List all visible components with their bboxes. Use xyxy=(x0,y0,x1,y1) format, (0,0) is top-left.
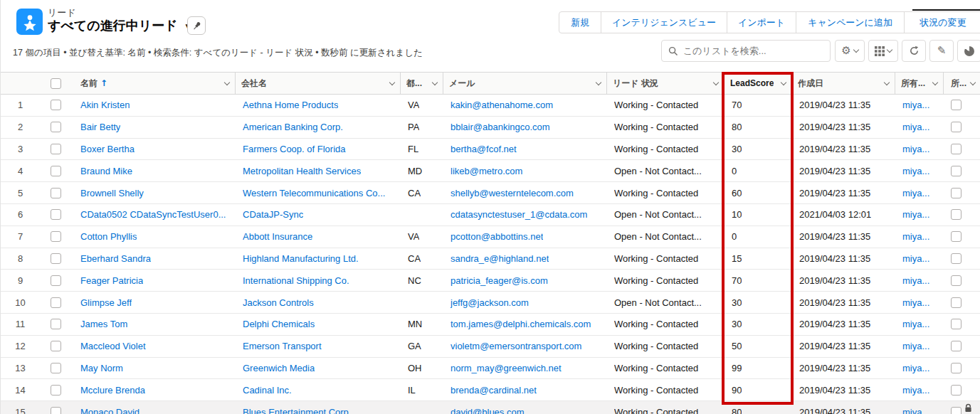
owner-flag-checkbox[interactable] xyxy=(951,275,961,286)
chevron-down-icon[interactable] xyxy=(970,79,976,85)
company-link[interactable]: Delphi Chemicals xyxy=(243,319,315,329)
add-to-campaign-button[interactable]: キャンペーンに追加 xyxy=(796,11,905,33)
refresh-button[interactable] xyxy=(902,40,926,62)
select-all-checkbox[interactable] xyxy=(51,78,61,89)
lead-name-link[interactable]: Cotton Phyllis xyxy=(80,231,137,242)
charts-button[interactable] xyxy=(957,40,980,62)
company-link[interactable]: Emerson Transport xyxy=(243,341,322,351)
row-checkbox[interactable] xyxy=(51,385,61,396)
row-checkbox[interactable] xyxy=(51,407,61,414)
owner-link[interactable]: miya... xyxy=(902,341,929,351)
lead-name-link[interactable]: Feager Patricia xyxy=(80,275,143,286)
owner-link[interactable]: miya... xyxy=(902,363,929,373)
owner-flag-checkbox[interactable] xyxy=(951,319,961,329)
lead-name-link[interactable]: Bair Betty xyxy=(80,122,120,132)
row-checkbox[interactable] xyxy=(51,231,61,242)
owner-flag-checkbox[interactable] xyxy=(951,231,961,242)
new-button[interactable]: 新規 xyxy=(559,11,601,33)
row-checkbox[interactable] xyxy=(51,275,61,286)
company-link[interactable]: Greenwich Media xyxy=(243,363,315,373)
edit-list-button[interactable]: ✎ xyxy=(929,40,954,62)
row-checkbox[interactable] xyxy=(51,341,61,351)
chevron-down-icon[interactable] xyxy=(884,79,890,85)
row-checkbox[interactable] xyxy=(51,253,61,264)
row-checkbox[interactable] xyxy=(51,166,61,176)
company-link[interactable]: Blues Entertainment Corp. xyxy=(243,407,351,414)
owner-flag-checkbox[interactable] xyxy=(951,188,961,198)
company-link[interactable]: Cadinal Inc. xyxy=(243,385,292,396)
owner-link[interactable]: miya... xyxy=(902,385,929,396)
email-link[interactable]: brenda@cardinal.net xyxy=(451,385,537,396)
import-button[interactable]: インポート xyxy=(727,11,796,33)
owner-flag-checkbox[interactable] xyxy=(951,407,961,414)
list-search-box[interactable] xyxy=(661,40,831,62)
row-checkbox[interactable] xyxy=(51,363,61,373)
lead-name-link[interactable]: May Norm xyxy=(80,363,123,373)
company-link[interactable]: CDataJP-Sync xyxy=(243,209,303,220)
chevron-down-icon[interactable] xyxy=(389,79,395,85)
row-checkbox[interactable] xyxy=(51,209,61,220)
company-link[interactable]: Metropolitan Health Services xyxy=(243,166,361,176)
owner-link[interactable]: miya... xyxy=(902,188,929,198)
owner-link[interactable]: miya... xyxy=(902,231,929,242)
header-state[interactable]: 都... xyxy=(401,73,443,94)
email-link[interactable]: bblair@abankingco.com xyxy=(451,122,550,132)
company-link[interactable]: Farmers Coop. of Florida xyxy=(243,144,346,154)
company-link[interactable]: Aethna Home Products xyxy=(243,100,338,110)
company-link[interactable]: Abbott Insurance xyxy=(243,231,312,242)
lead-name-link[interactable]: Brownell Shelly xyxy=(80,188,144,198)
email-link[interactable]: kakin@athenahome.com xyxy=(451,100,553,110)
header-created-date[interactable]: 作成日 xyxy=(792,73,895,94)
email-link[interactable]: pcotton@abbottins.net xyxy=(451,231,543,242)
row-checkbox[interactable] xyxy=(51,122,61,132)
owner-link[interactable]: miya... xyxy=(902,166,929,176)
owner-flag-checkbox[interactable] xyxy=(951,385,961,396)
lead-name-link[interactable]: Boxer Bertha xyxy=(80,144,135,154)
email-link[interactable]: bertha@fcof.net xyxy=(451,144,517,154)
search-input[interactable] xyxy=(683,46,818,56)
email-link[interactable]: violetm@emersontransport.com xyxy=(451,341,581,351)
company-link[interactable]: Highland Manufacturing Ltd. xyxy=(243,253,359,264)
row-checkbox[interactable] xyxy=(51,319,61,329)
chevron-down-icon[interactable] xyxy=(932,79,938,85)
intelligence-view-button[interactable]: インテリジェンスビュー xyxy=(601,11,727,33)
display-as-button[interactable] xyxy=(868,40,898,62)
email-link[interactable]: shellyb@westerntelecom.com xyxy=(451,188,574,198)
header-leadscore[interactable]: LeadScore xyxy=(725,73,792,94)
owner-flag-checkbox[interactable] xyxy=(951,144,961,154)
owner-link[interactable]: miya... xyxy=(902,319,929,329)
pin-list-button[interactable] xyxy=(187,16,206,35)
owner-flag-checkbox[interactable] xyxy=(951,297,961,308)
header-lead-status[interactable]: リード 状況 xyxy=(607,73,725,94)
owner-link[interactable]: miya... xyxy=(902,297,929,308)
chevron-down-icon[interactable] xyxy=(596,79,601,85)
owner-link[interactable]: miya... xyxy=(902,144,929,154)
chevron-down-icon[interactable] xyxy=(432,79,438,85)
change-status-button[interactable]: 状況の変更 xyxy=(904,11,980,33)
owner-flag-checkbox[interactable] xyxy=(951,122,961,132)
header-company[interactable]: 会社名 xyxy=(236,73,401,94)
email-link[interactable]: cdatasynctestuser_1@cdata.com xyxy=(451,209,587,220)
email-link[interactable]: patricia_feager@is.com xyxy=(451,275,548,286)
owner-flag-checkbox[interactable] xyxy=(951,253,961,264)
list-settings-button[interactable]: ⚙ xyxy=(835,40,865,62)
chevron-down-icon[interactable] xyxy=(224,79,230,85)
email-link[interactable]: tom.james@delphi.chemicals.com xyxy=(451,319,591,329)
lead-name-link[interactable]: Eberhard Sandra xyxy=(80,253,151,264)
company-link[interactable]: American Banking Corp. xyxy=(243,122,343,132)
row-checkbox[interactable] xyxy=(51,188,61,198)
row-checkbox[interactable] xyxy=(51,297,61,308)
chevron-down-icon[interactable] xyxy=(781,79,786,85)
owner-link[interactable]: miya... xyxy=(902,209,929,220)
email-link[interactable]: david@blues.com xyxy=(451,407,525,414)
lead-name-link[interactable]: James Tom xyxy=(80,319,127,329)
company-link[interactable]: Western Telecommunications Co... xyxy=(243,188,385,198)
company-link[interactable]: International Shipping Co. xyxy=(243,275,349,286)
lead-name-link[interactable]: Monaco David xyxy=(80,407,139,414)
owner-link[interactable]: miya... xyxy=(902,100,929,110)
header-name[interactable]: 名前 ↑ xyxy=(72,73,236,94)
owner-flag-checkbox[interactable] xyxy=(951,100,961,110)
company-link[interactable]: Jackson Controls xyxy=(243,297,314,308)
list-view-title[interactable]: すべての進行中リード xyxy=(48,17,178,34)
lead-name-link[interactable]: Maccleod Violet xyxy=(80,341,146,351)
